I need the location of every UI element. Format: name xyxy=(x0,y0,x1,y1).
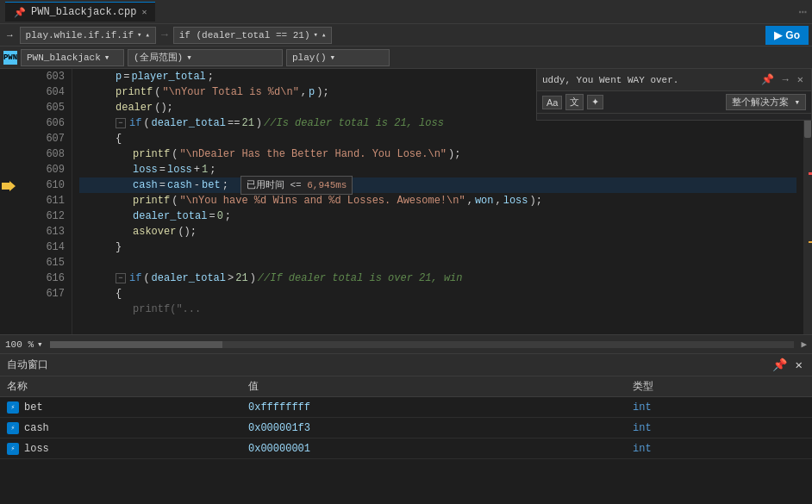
line-marker-area xyxy=(0,69,17,334)
tooltip-operator: <= xyxy=(290,180,307,190)
hint-toolbar: Aa 文 ✦ 整个解决方案 ▾ xyxy=(537,91,811,114)
var-name-bet: ⚡ bet xyxy=(7,401,248,414)
func2-label: play() xyxy=(292,53,327,63)
chevron-down-icon-4: ▾ xyxy=(186,52,192,63)
tooltip-label: 已用时间 <= 6,945ms xyxy=(240,176,353,195)
table-row-bet[interactable]: ⚡ bet 0xffffffff int xyxy=(0,397,812,418)
var-value-cash: 0x000001f3 xyxy=(248,422,633,434)
code-line-608: printf("\nDealer Has the Better Hand. Yo… xyxy=(79,146,796,162)
scrollbar-marker xyxy=(809,172,812,175)
go-button[interactable]: ▶ Go xyxy=(765,26,809,45)
hint-btn-aa[interactable]: Aa xyxy=(542,96,562,109)
auto-panel-table: 名称 值 类型 ⚡ bet 0xffffffff int ⚡ cash 0x00… xyxy=(0,376,812,474)
chevron-down-icon-3: ▾ xyxy=(104,52,110,63)
panel-pin-icon[interactable]: 📌 xyxy=(770,357,790,373)
horizontal-scrollbar[interactable] xyxy=(50,341,795,348)
var-icon-cash: ⚡ xyxy=(7,422,19,434)
var-type-bet: int xyxy=(633,401,805,414)
nav-condition-label: if (dealer_total == 21) xyxy=(179,30,310,40)
nav-dropdown-file[interactable]: PWN_blackjack ▾ xyxy=(21,49,124,66)
gutter-area xyxy=(17,69,31,334)
zoom-chevron-icon[interactable]: ▾ xyxy=(37,339,43,350)
var-type-loss: int xyxy=(633,443,805,455)
code-line-609: loss = loss + 1; xyxy=(79,162,796,177)
hint-header: uddy, You Went WAY over. 📌 → ✕ xyxy=(537,69,811,91)
fold-icon-606[interactable]: − xyxy=(116,118,126,128)
nav-up-icon-2: ▴ xyxy=(322,30,326,40)
auto-window-panel: 自动窗口 📌 ✕ 名称 值 类型 ⚡ bet 0xffffffff int ⚡ … xyxy=(0,353,812,474)
scrollbar-h-thumb xyxy=(50,341,222,348)
nav-separator: → xyxy=(161,28,168,41)
file-icon: PWN xyxy=(3,51,17,65)
nav-arrow-left[interactable]: → xyxy=(3,28,16,42)
code-line-611: printf("\nYou have %d Wins and %d Losses… xyxy=(79,193,796,208)
var-type-cash: int xyxy=(633,422,805,434)
var-value-loss: 0x00000001 xyxy=(248,443,633,455)
code-line-612: dealer_total = 0; xyxy=(79,208,796,224)
fold-icon-616[interactable]: − xyxy=(116,273,126,283)
code-line-616: − if (dealer_total > 21) //If dealer tot… xyxy=(79,271,796,286)
code-line-617: { xyxy=(79,286,796,302)
nav-bar-2: PWN PWN_blackjack ▾ (全局范围) ▾ play() ▾ xyxy=(0,47,812,69)
hint-btn-star[interactable]: ✦ xyxy=(587,95,603,109)
go-label: Go xyxy=(785,29,800,41)
editor-area: uddy, You Went WAY over. 📌 → ✕ Aa 文 ✦ 整个… xyxy=(0,69,812,334)
var-value-bet: 0xffffffff xyxy=(248,401,633,414)
scrollbar-marker-2 xyxy=(809,241,812,243)
go-arrow-icon: ▶ xyxy=(774,29,782,41)
nav-dropdown-scope[interactable]: (全局范围) ▾ xyxy=(128,49,283,66)
var-icon-loss: ⚡ xyxy=(7,443,19,455)
file-tab-label: PWN_blackjack.cpp xyxy=(31,6,136,18)
nav-function-label: play.while.if.if.if xyxy=(26,30,134,40)
col-type-header: 类型 xyxy=(633,379,805,394)
hint-pin-icon[interactable]: 📌 xyxy=(759,72,777,87)
nav-dropdown-func2[interactable]: play() ▾ xyxy=(286,49,390,66)
hint-close-icon[interactable]: ✕ xyxy=(795,72,806,87)
chevron-down-icon-2: ▾ xyxy=(314,30,318,40)
code-line-613: askover(); xyxy=(79,224,796,240)
nav-dropdown-function[interactable]: play.while.if.if.if ▾ ▴ xyxy=(20,27,156,44)
window-controls: ⋯ xyxy=(798,3,807,21)
debug-arrow xyxy=(2,181,16,195)
scroll-right-icon[interactable]: ▶ xyxy=(801,339,807,350)
code-line-610: cash = cash - bet; 已用时间 <= 6,945ms xyxy=(79,177,796,193)
hint-btn-ab[interactable]: 文 xyxy=(565,94,584,110)
chevron-down-icon: ▾ xyxy=(137,30,141,40)
zoom-level: 100 % xyxy=(5,339,34,350)
table-header: 名称 值 类型 xyxy=(0,376,812,397)
col-value-header: 值 xyxy=(248,379,633,394)
code-line-615 xyxy=(79,255,796,271)
table-row-loss[interactable]: ⚡ loss 0x00000001 int xyxy=(0,439,812,459)
line-numbers: 603 604 605 606 607 608 609 610 611 612 … xyxy=(31,69,72,334)
code-line-614: } xyxy=(79,240,796,255)
pin-icon: 📌 xyxy=(14,7,26,18)
title-bar: 📌 PWN_blackjack.cpp ✕ ⋯ xyxy=(0,0,812,24)
hint-arrow-icon[interactable]: → xyxy=(780,73,791,87)
code-line-607: { xyxy=(79,131,796,146)
code-line-next: printf("... xyxy=(79,302,796,317)
svg-marker-0 xyxy=(2,181,16,191)
var-name-loss: ⚡ loss xyxy=(7,443,248,455)
auto-panel-header: 自动窗口 📌 ✕ xyxy=(0,354,812,376)
nav-dropdown-condition[interactable]: if (dealer_total == 21) ▾ ▴ xyxy=(173,27,333,44)
close-icon[interactable]: ✕ xyxy=(141,7,147,17)
chevron-down-icon-6: ▾ xyxy=(794,97,800,108)
nav-up-icon: ▴ xyxy=(145,30,149,40)
scope-label: (全局范围) xyxy=(134,51,183,64)
table-row-cash[interactable]: ⚡ cash 0x000001f3 int xyxy=(0,418,812,439)
hint-scope-dropdown[interactable]: 整个解决方案 ▾ xyxy=(726,94,806,110)
auto-panel-title: 自动窗口 xyxy=(7,358,766,372)
file-name-label: PWN_blackjack xyxy=(27,53,101,63)
col-name-header: 名称 xyxy=(7,379,248,394)
hint-panel: uddy, You Went WAY over. 📌 → ✕ Aa 文 ✦ 整个… xyxy=(536,69,812,121)
nav-bar-1: → play.while.if.if.if ▾ ▴ → if (dealer_t… xyxy=(0,24,812,47)
hint-title: uddy, You Went WAY over. xyxy=(542,75,755,85)
var-icon-bet: ⚡ xyxy=(7,401,19,414)
chevron-down-icon-5: ▾ xyxy=(330,52,336,63)
hint-scope-label: 整个解决方案 xyxy=(732,97,789,108)
bottom-toolbar: 100 % ▾ ▶ xyxy=(0,334,812,353)
var-name-cash: ⚡ cash xyxy=(7,422,248,434)
panel-close-icon[interactable]: ✕ xyxy=(793,357,805,373)
file-tab[interactable]: 📌 PWN_blackjack.cpp ✕ xyxy=(5,2,155,22)
